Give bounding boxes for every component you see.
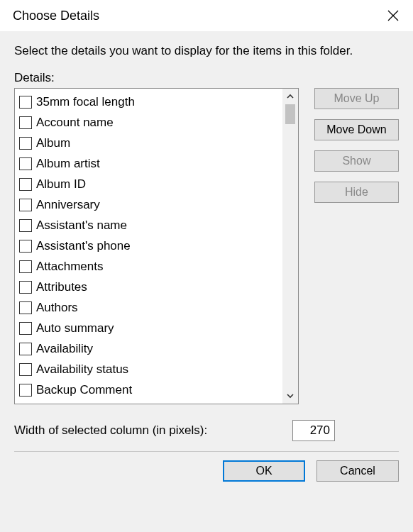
list-item-label: Attributes — [36, 280, 87, 294]
width-label: Width of selected column (in pixels): — [14, 423, 207, 438]
chevron-down-icon — [286, 392, 294, 400]
list-item[interactable]: Assistant's name — [19, 215, 282, 235]
titlebar: Choose Details — [0, 0, 413, 31]
cancel-button[interactable]: Cancel — [316, 460, 399, 482]
dialog-buttons: OK Cancel — [14, 460, 399, 482]
list-item[interactable]: Availability — [19, 338, 282, 359]
list-item-label: Anniversary — [36, 198, 100, 212]
list-item-label: Album ID — [36, 177, 86, 192]
list-item-label: Availability — [36, 342, 93, 356]
list-item[interactable]: Account name — [19, 112, 282, 133]
dialog-content: Select the details you want to display f… — [0, 31, 413, 532]
show-button[interactable]: Show — [314, 150, 399, 172]
checkbox[interactable] — [19, 260, 32, 273]
list-item-label: Auto summary — [36, 321, 114, 336]
close-button[interactable] — [383, 6, 403, 26]
checkbox[interactable] — [19, 384, 32, 397]
list-item-label: Assistant's phone — [36, 239, 131, 253]
details-listbox[interactable]: 35mm focal lengthAccount nameAlbumAlbum … — [14, 88, 299, 404]
checkbox[interactable] — [19, 301, 32, 314]
list-item-label: Account name — [36, 116, 114, 130]
listbox-viewport: 35mm focal lengthAccount nameAlbumAlbum … — [15, 89, 282, 404]
scrollbar-thumb[interactable] — [285, 104, 295, 124]
list-item-label: Assistant's name — [36, 218, 127, 233]
list-item[interactable]: Backup Comment — [19, 379, 282, 400]
list-item-label: Album artist — [36, 157, 100, 171]
checkbox[interactable] — [19, 178, 32, 191]
list-item-label: Backup Comment — [36, 383, 132, 397]
divider — [14, 451, 399, 452]
close-icon — [387, 10, 399, 21]
scroll-up-button[interactable] — [282, 89, 298, 104]
mid-row: 35mm focal lengthAccount nameAlbumAlbum … — [14, 88, 399, 404]
width-row: Width of selected column (in pixels): — [14, 420, 335, 441]
checkbox[interactable] — [19, 281, 32, 294]
details-label: Details: — [14, 71, 399, 85]
checkbox[interactable] — [19, 343, 32, 355]
checkbox[interactable] — [19, 219, 32, 232]
chevron-up-icon — [286, 92, 294, 101]
list-item[interactable]: Anniversary — [19, 194, 282, 215]
width-input[interactable] — [292, 420, 335, 441]
move-up-button[interactable]: Move Up — [314, 88, 399, 109]
hide-button[interactable]: Hide — [314, 182, 399, 203]
dialog-title: Choose Details — [13, 9, 99, 23]
list-item[interactable]: Attachments — [19, 256, 282, 277]
side-buttons: Move Up Move Down Show Hide — [314, 88, 399, 203]
scrollbar[interactable] — [282, 89, 298, 404]
list-item[interactable]: Attributes — [19, 277, 282, 297]
list-item-label: Authors — [36, 301, 78, 315]
list-item-label: Attachments — [36, 260, 104, 274]
list-item[interactable]: Album artist — [19, 153, 282, 174]
move-down-button[interactable]: Move Down — [314, 119, 399, 140]
list-item-label: 35mm focal length — [36, 95, 135, 109]
checkbox[interactable] — [19, 116, 32, 129]
checkbox[interactable] — [19, 157, 32, 170]
instruction-text: Select the details you want to display f… — [14, 44, 399, 58]
checkbox[interactable] — [19, 96, 32, 109]
checkbox[interactable] — [19, 363, 32, 376]
list-item[interactable]: Album ID — [19, 174, 282, 194]
checkbox[interactable] — [19, 322, 32, 335]
list-item[interactable]: Album — [19, 133, 282, 153]
ok-button[interactable]: OK — [223, 460, 305, 482]
list-item[interactable]: Auto summary — [19, 318, 282, 338]
list-item[interactable]: Assistant's phone — [19, 235, 282, 256]
checkbox[interactable] — [19, 137, 32, 150]
list-item[interactable]: Authors — [19, 297, 282, 318]
list-item[interactable]: Availability status — [19, 359, 282, 379]
list-item-label: Album — [36, 136, 70, 150]
list-item[interactable]: 35mm focal length — [19, 92, 282, 112]
list-item-label: Availability status — [36, 362, 128, 377]
checkbox[interactable] — [19, 240, 32, 253]
scroll-down-button[interactable] — [282, 388, 298, 404]
checkbox[interactable] — [19, 199, 32, 211]
